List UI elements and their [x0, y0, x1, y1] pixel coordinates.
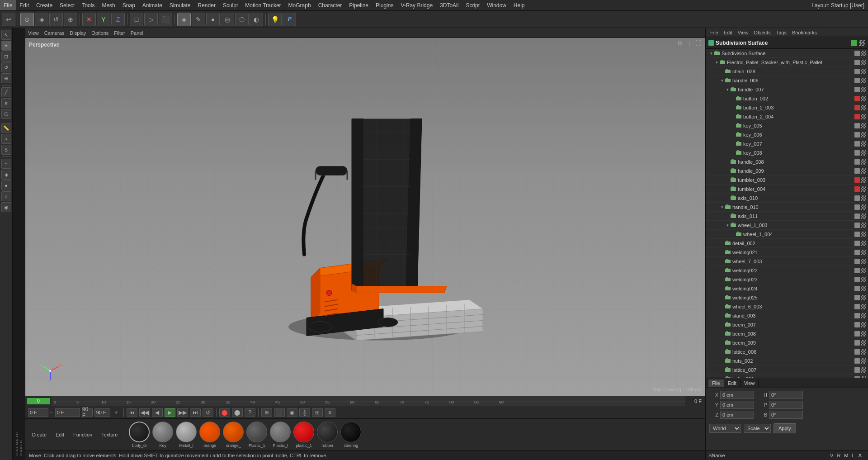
python-btn[interactable]: 𝑷	[283, 13, 296, 26]
left-tool-more2[interactable]: ●	[1, 180, 11, 190]
tree-item[interactable]: ▾handle_010	[706, 203, 868, 212]
tree-item[interactable]: key_008	[706, 148, 868, 157]
menu-mograph[interactable]: MoGraph	[285, 0, 315, 10]
multi-tool[interactable]: ⊕	[64, 13, 77, 26]
tree-item[interactable]: welding021	[706, 248, 868, 257]
camera-btn[interactable]: ◐	[250, 13, 263, 26]
rp-btab-file[interactable]: File	[708, 379, 724, 387]
light-btn[interactable]: 💡	[268, 13, 282, 26]
rp-file[interactable]: File	[708, 30, 721, 35]
fps-input[interactable]	[55, 408, 80, 417]
record-btn[interactable]: ⬤	[232, 408, 243, 417]
tree-item[interactable]: ▾handle_006	[706, 76, 868, 85]
vp-menu-filter[interactable]: Filter	[114, 30, 125, 36]
timeline-key[interactable]: ⊕	[261, 408, 272, 417]
tree-item[interactable]: bolts_002	[706, 375, 868, 378]
timeline-key4[interactable]: 𝄞	[299, 408, 310, 417]
render-preview[interactable]: □	[130, 13, 143, 26]
tree-item[interactable]: wheel_7_003	[706, 257, 868, 266]
tree-item[interactable]: welding023	[706, 275, 868, 284]
timeline-key3[interactable]: ◉	[287, 408, 297, 417]
rp-edit[interactable]: Edit	[721, 30, 735, 35]
rp-view[interactable]: View	[735, 30, 751, 35]
rp-btab-edit[interactable]: Edit	[724, 379, 741, 387]
tool-x[interactable]: ✕	[82, 13, 96, 26]
tree-item[interactable]: tumbler_003	[706, 175, 868, 185]
z-input[interactable]	[720, 411, 754, 419]
tool-z[interactable]: Z	[111, 13, 125, 26]
help-btn[interactable]: ?	[245, 408, 255, 417]
mat-item-7[interactable]: plastic_1	[293, 422, 314, 448]
tree-item[interactable]: button_002	[706, 94, 868, 103]
viewport-3d[interactable]: Perspective ⊞ ⋮ ⛶	[25, 38, 705, 396]
left-tool-more1[interactable]: ◈	[1, 170, 11, 180]
go-to-end[interactable]: ⏭	[190, 408, 201, 417]
tree-item[interactable]: key_006	[706, 130, 868, 139]
model-mode[interactable]: ◈	[177, 13, 191, 26]
left-tool-dollar[interactable]: $	[1, 145, 11, 155]
hair-btn[interactable]: ◎	[221, 13, 234, 26]
tree-item[interactable]: lattice_006	[706, 347, 868, 356]
vp-icon-dots[interactable]: ⋮	[685, 40, 693, 47]
step-back[interactable]: ◀	[152, 408, 163, 417]
left-tool-poly[interactable]: ⬠	[1, 109, 11, 119]
tree-item[interactable]: beem_007	[706, 320, 868, 329]
menu-window[interactable]: Window	[483, 0, 510, 10]
tool-y[interactable]: Y	[97, 13, 110, 26]
vp-menu-cameras[interactable]: Cameras	[44, 30, 65, 36]
x-input[interactable]	[720, 391, 754, 399]
subd-render-btn[interactable]	[859, 40, 865, 46]
h-input[interactable]	[769, 391, 803, 399]
object-tree[interactable]: ▾Subdivision Surface▾Electric_Pallet_Sta…	[706, 49, 868, 378]
rp-bookmarks[interactable]: Bookmarks	[789, 30, 820, 35]
menu-tools[interactable]: Tools	[78, 0, 98, 10]
scale-tool[interactable]: ◈	[35, 13, 48, 26]
mat-item-4[interactable]: orange_	[223, 422, 244, 448]
tree-item[interactable]: beem_009	[706, 338, 868, 347]
tree-item[interactable]: stand_003	[706, 311, 868, 320]
tree-item[interactable]: ▾Electric_Pallet_Stacker_with_Plastic_Pa…	[706, 58, 868, 67]
vp-icon-fullscreen[interactable]: ⛶	[694, 40, 702, 47]
tree-item[interactable]: beem_008	[706, 329, 868, 338]
tree-item[interactable]: welding025	[706, 293, 868, 302]
menu-simulate[interactable]: Simulate	[166, 0, 194, 10]
menu-select[interactable]: Select	[56, 0, 78, 10]
menu-character[interactable]: Character	[315, 0, 346, 10]
menu-script[interactable]: Script	[462, 0, 483, 10]
timeline-key2[interactable]: ⬛	[274, 408, 285, 417]
play-back[interactable]: ◀◀	[139, 408, 150, 417]
mat-item-6[interactable]: Plastic_l	[270, 422, 291, 448]
rp-tags[interactable]: Tags	[774, 30, 789, 35]
scale-select[interactable]: Scale	[744, 424, 771, 433]
left-tool-brush[interactable]: ~	[1, 159, 11, 169]
mat-item-3[interactable]: orange	[199, 422, 220, 448]
go-to-start[interactable]: ⏮	[127, 408, 137, 417]
tree-item[interactable]: ▾handle_007	[706, 85, 868, 94]
render-to[interactable]: ⬛	[159, 13, 172, 26]
rp-objects[interactable]: Objects	[751, 30, 773, 35]
timeline-key6[interactable]: ≡	[325, 408, 335, 417]
y-input[interactable]	[720, 401, 754, 409]
left-tool-more3[interactable]: ○	[1, 191, 11, 201]
vp-icon-lock[interactable]: ⊞	[676, 40, 684, 47]
tree-item[interactable]: detail_002	[706, 239, 868, 248]
apply-button[interactable]: Apply	[774, 423, 796, 433]
tree-item[interactable]: chain_038	[706, 67, 868, 76]
undo-btn[interactable]: ↩	[2, 13, 15, 26]
menu-vray[interactable]: V-Ray Bridge	[397, 0, 436, 10]
tree-item[interactable]: ▾Subdivision Surface	[706, 49, 868, 58]
mat-item-0[interactable]: body_di	[129, 422, 150, 448]
timeline-ticks[interactable]: 0 5 10 15 20 25 30 35 40 45 50 55 60 65	[52, 396, 685, 406]
mat-tab-create[interactable]: Create	[29, 431, 49, 438]
left-tool-move[interactable]: ✦	[1, 41, 11, 51]
playback-end-btn[interactable]: 90 F	[82, 408, 93, 417]
render-btn[interactable]: ▷	[144, 13, 158, 26]
move-tool[interactable]: ⊙	[20, 13, 34, 26]
vp-menu-panel[interactable]: Panel	[131, 30, 143, 36]
tree-item[interactable]: welding024	[706, 284, 868, 293]
tree-item[interactable]: button_2_003	[706, 103, 868, 112]
rp-btab-view[interactable]: View	[741, 379, 759, 387]
step-forward[interactable]: ▶▶	[177, 408, 188, 417]
vp-menu-options[interactable]: Options	[91, 30, 108, 36]
tree-item[interactable]: wheel_1_004	[706, 230, 868, 239]
